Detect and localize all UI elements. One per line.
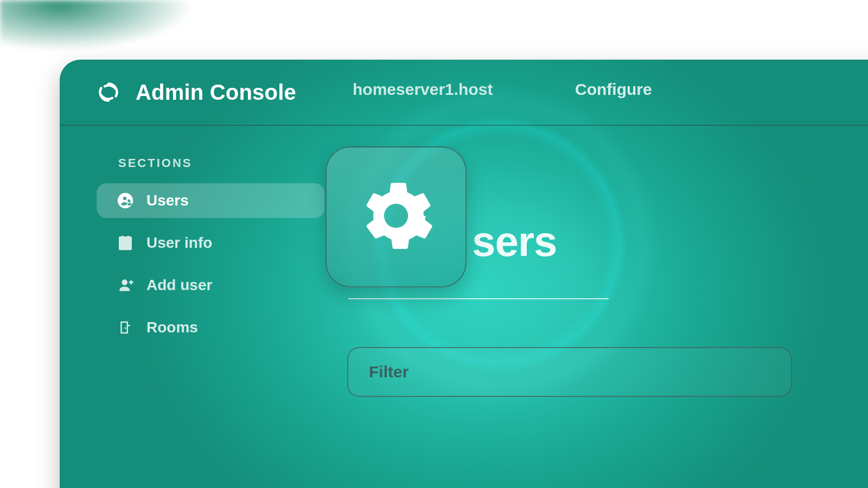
sidebar-item-label: Rooms	[146, 319, 198, 336]
sidebar-item-user-info[interactable]: User info	[97, 226, 324, 260]
topbar: Admin Console homeserver1.host Configure	[60, 60, 868, 126]
user-info-icon	[116, 234, 135, 252]
add-user-icon	[116, 276, 135, 294]
brand: Admin Console	[97, 80, 296, 105]
sidebar-item-add-user[interactable]: Add user	[97, 268, 324, 303]
sidebar-item-label: Add user	[146, 277, 212, 294]
sidebar-item-rooms[interactable]: Rooms	[97, 310, 324, 345]
title-underline	[348, 298, 609, 299]
configure-link[interactable]: Configure	[575, 80, 652, 99]
sidebar-item-label: Users	[146, 192, 189, 209]
brand-logo-icon	[97, 80, 120, 104]
sidebar-section-heading: SECTIONS	[118, 156, 324, 170]
rooms-icon	[116, 318, 135, 337]
sidebar-item-users[interactable]: Users	[97, 183, 324, 218]
gear-icon	[358, 178, 434, 256]
settings-tile[interactable]	[326, 146, 467, 287]
app-title: Admin Console	[136, 80, 296, 105]
sidebar: SECTIONS Users User info Add user	[97, 156, 324, 352]
users-icon	[116, 191, 135, 210]
filter-field[interactable]	[347, 347, 792, 397]
filter-input[interactable]	[369, 363, 791, 381]
admin-console-panel: Admin Console homeserver1.host Configure…	[60, 60, 868, 488]
sidebar-item-label: User info	[146, 234, 212, 252]
host-label: homeserver1.host	[353, 80, 493, 99]
page-title: sers	[472, 217, 557, 266]
